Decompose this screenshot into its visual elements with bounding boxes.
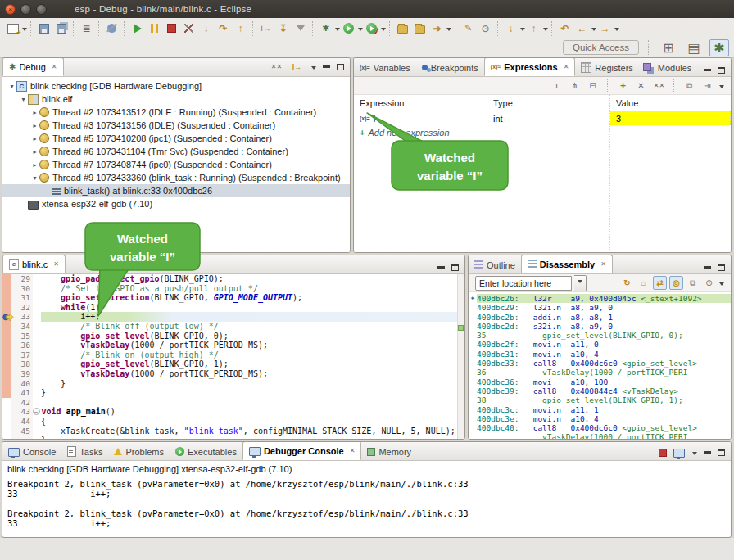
code-line[interactable]: 42 xyxy=(2,398,464,408)
minimize-icon[interactable] xyxy=(704,266,711,271)
open-element-button[interactable] xyxy=(412,20,428,36)
back-dropdown[interactable] xyxy=(591,28,596,34)
console-output[interactable]: Breakpoint 2, blink_task (pvParameter=0x… xyxy=(2,476,731,531)
debug-view-menu[interactable] xyxy=(311,66,316,72)
twistie-icon[interactable]: ▸ xyxy=(30,148,39,156)
display-console-dropdown[interactable] xyxy=(692,452,697,458)
tab-close-icon[interactable]: ✕ xyxy=(564,63,569,70)
drop-to-frame-button[interactable]: ↧ xyxy=(275,20,291,36)
mark-occurrences-button[interactable]: ✎ xyxy=(460,20,476,36)
overview-ruler[interactable] xyxy=(457,274,464,439)
launch-config-button[interactable]: ➔ xyxy=(429,20,445,36)
code-line[interactable]: 39 vTaskDelay(1000 / portTICK_PERIOD_MS)… xyxy=(2,369,464,379)
save-button[interactable] xyxy=(36,20,52,36)
tab-breakpoints[interactable]: Breakpoints xyxy=(416,59,484,76)
remove-all-expressions-button[interactable]: ✕✕ xyxy=(652,79,666,93)
tab-outline[interactable]: Outline xyxy=(469,256,521,273)
instruction-stepping-toggle[interactable]: i→ xyxy=(290,60,304,74)
code-line[interactable]: } xyxy=(2,436,464,439)
disassembly-line[interactable]: 400dbc29: l32i.n a8, a9, 0 xyxy=(469,303,731,312)
debug-tree-item[interactable]: ▾Cblink checking [GDB Hardware Debugging… xyxy=(2,79,350,93)
minimize-icon[interactable] xyxy=(437,266,445,271)
code-line[interactable]: 35 gpio_set_level(BLINK_GPIO, 0); xyxy=(2,332,464,341)
code-line[interactable]: 34 /* Blink off (output low) */ xyxy=(2,322,464,332)
tab-debug[interactable]: ✱ Debug ✕ xyxy=(2,57,64,76)
new-expressions-view-button[interactable]: ⧉ xyxy=(682,79,696,93)
save-all-button[interactable] xyxy=(53,20,69,36)
maximize-icon[interactable] xyxy=(337,64,344,70)
disassembly-line[interactable]: 38 gpio_set_level(BLINK_GPIO, 1); xyxy=(469,395,731,404)
show-logical-structures-button[interactable]: ⋔ xyxy=(568,79,582,93)
run-dropdown[interactable] xyxy=(358,28,363,34)
new-wizard-dropdown[interactable] xyxy=(22,28,27,34)
maximize-icon[interactable] xyxy=(451,264,459,271)
breakpoint-current-instruction-icon[interactable] xyxy=(2,313,14,322)
last-edit-dropdown[interactable] xyxy=(520,28,525,34)
location-combo[interactable]: Enter location here xyxy=(475,276,572,291)
launch-config-dropdown[interactable] xyxy=(446,28,451,34)
maximize-icon[interactable] xyxy=(718,67,725,74)
forward-dropdown[interactable] xyxy=(614,28,619,34)
go-to-annotation-button[interactable]: ↑ xyxy=(526,20,541,36)
disassembly-line[interactable]: 400dbc2b: addi.n a8, a8, 1 xyxy=(469,313,731,322)
code-line[interactable]: 38 gpio_set_level(BLINK_GPIO, 1); xyxy=(2,359,464,369)
twistie-icon[interactable]: ▾ xyxy=(7,83,16,90)
tab-variables[interactable]: (x)= Variables xyxy=(354,59,416,76)
tab-memory[interactable]: Memory xyxy=(361,443,417,460)
pin-editor-button[interactable]: ⊙ xyxy=(478,20,493,36)
disassembly-line[interactable]: 400dbc40: call8 0x400dc6c0 <gpio_set_lev… xyxy=(469,423,731,432)
code-line[interactable]: 29 gpio_pad_select_gpio(BLINK_GPIO); xyxy=(2,274,464,284)
code-line[interactable]: 32 while(1) xyxy=(2,303,464,313)
debug-tree-item[interactable]: ▸Thread #2 1073413512 (IDLE : Running) (… xyxy=(2,106,350,119)
tab-modules[interactable]: Modules xyxy=(639,59,698,76)
debug-tree-item[interactable]: ▾Thread #9 1073433360 (blink_task : Runn… xyxy=(2,171,350,184)
debug-tree-item[interactable]: ▸Thread #6 1073431104 (Tmr Svc) (Suspend… xyxy=(2,145,350,158)
minimize-icon[interactable] xyxy=(323,65,330,70)
disassembly-line[interactable]: 35 gpio_set_level(BLINK_GPIO, 0); xyxy=(469,331,731,340)
back-history-button[interactable]: ↶ xyxy=(557,20,573,36)
external-tools-button[interactable] xyxy=(364,20,379,36)
twistie-icon[interactable]: ▾ xyxy=(19,96,28,103)
remove-all-terminated-button[interactable]: ✕✕ xyxy=(270,60,283,74)
run-button[interactable] xyxy=(341,20,356,36)
disassembly-line[interactable]: 400dbc3e: movi.n a10, 4 xyxy=(469,414,731,423)
remove-expression-button[interactable]: ✕ xyxy=(634,79,648,93)
code-line[interactable]: 33 i++; xyxy=(2,312,464,322)
code-line[interactable]: 40 } xyxy=(2,379,464,389)
link-with-debug-button[interactable]: ⇥ xyxy=(700,79,714,93)
resume-button[interactable] xyxy=(129,20,145,36)
window-minimize-button[interactable] xyxy=(20,4,31,15)
disassembly-line[interactable]: 400dbc2d: s32i.n a8, a9, 0 xyxy=(469,322,731,331)
expressions-view-menu[interactable] xyxy=(719,85,724,91)
debug-tree-item[interactable]: blink_task() at blink.c:33 0x400dbc26 xyxy=(2,184,350,197)
annotation-dropdown[interactable] xyxy=(543,28,548,34)
build-button[interactable]: ≣ xyxy=(79,20,94,36)
skip-all-breakpoints-button[interactable] xyxy=(104,20,120,36)
cpp-perspective-button[interactable]: ▤ xyxy=(684,39,704,56)
disassembly-line[interactable]: ◆400dbc26: l32r a9, 0x400d045c <_stext+1… xyxy=(469,294,731,303)
instruction-stepping-button[interactable]: i→ xyxy=(258,20,274,36)
code-editor[interactable]: 29 gpio_pad_select_gpio(BLINK_GPIO);30 /… xyxy=(2,274,464,439)
disassembly-view-menu[interactable] xyxy=(719,282,724,288)
debug-tree-item[interactable]: xtensa-esp32-elf-gdb (7.10) xyxy=(2,197,350,210)
back-button[interactable]: ← xyxy=(574,20,590,36)
show-source-toggle[interactable]: ◎ xyxy=(669,276,683,290)
disassembly-line[interactable]: 36 vTaskDelay(1000 / portTICK_PERI xyxy=(469,368,731,377)
forward-button[interactable]: → xyxy=(597,20,613,36)
minimize-icon[interactable] xyxy=(704,69,711,74)
disassembly-line[interactable]: 400dbc31: movi.n a10, 4 xyxy=(469,350,731,359)
code-line[interactable]: 36 vTaskDelay(1000 / portTICK_PERIOD_MS)… xyxy=(2,341,464,350)
tab-close-icon[interactable]: ✕ xyxy=(600,260,606,268)
twistie-icon[interactable]: ▸ xyxy=(30,161,39,169)
disassembly-line[interactable]: 400dbc33: call8 0x400dc6c0 <gpio_set_lev… xyxy=(469,359,731,368)
debug-tree-item[interactable]: ▸Thread #5 1073410208 (ipc1) (Suspended … xyxy=(2,132,350,145)
new-disassembly-view-button[interactable]: ⧉ xyxy=(686,276,700,290)
tab-registers[interactable]: Registers xyxy=(575,59,638,76)
debug-dropdown[interactable] xyxy=(335,28,340,34)
tab-debugger-console[interactable]: Debugger Console ✕ xyxy=(242,441,362,460)
pin-view-button[interactable]: ⊙ xyxy=(702,276,716,290)
suspend-button[interactable] xyxy=(147,20,162,36)
refresh-button[interactable]: ↻ xyxy=(620,276,634,290)
twistie-icon[interactable]: ▸ xyxy=(30,135,39,142)
home-button[interactable]: ⌂ xyxy=(637,276,650,290)
